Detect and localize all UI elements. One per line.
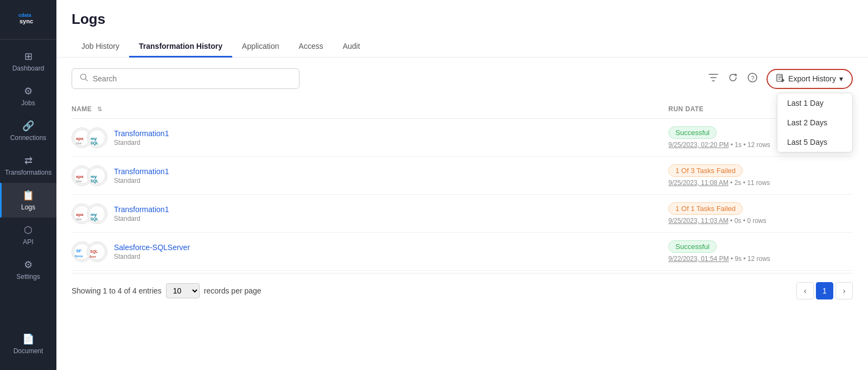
svg-text:my: my [91,136,97,141]
run-meta: • 9s • 12 rows [731,255,770,263]
row-name-col: SFforce SQLSrvr Salesforce-SQLServer Sta… [72,241,668,262]
sidebar: cdata sync ⊞ Dashboard ⚙ Jobs 🔗 Connecti… [0,0,56,370]
dropdown-item-last2days[interactable]: Last 2 Days [777,113,852,132]
app-logo: cdata sync [0,0,56,40]
row-icons: SFforce SQLSrvr [72,241,107,262]
svg-line-4 [86,79,88,81]
svg-text:Srvr: Srvr [90,255,97,258]
settings-icon: ⚙ [24,259,33,271]
svg-text:force: force [75,254,83,258]
svg-text:my: my [91,212,97,217]
tab-audit[interactable]: Audit [333,36,370,58]
svg-text:apa: apa [76,174,84,179]
row-name-link[interactable]: Salesforce-SQLServer [114,243,190,252]
document-icon: 📄 [22,333,34,345]
transformations-icon: ⇄ [24,155,33,167]
export-history-button[interactable]: Export History ▾ [767,69,853,89]
target-icon: SQLSrvr [87,241,107,262]
active-indicator [0,183,2,218]
run-date-link[interactable]: 9/22/2023, 01:54 PM [668,255,729,263]
sidebar-item-document[interactable]: 📄 Document [14,327,43,361]
svg-text:SQL: SQL [91,141,99,145]
run-date-link[interactable]: 9/25/2023, 02:20 PM [668,141,729,149]
sidebar-item-transformations[interactable]: ⇄ Transformations [0,148,56,183]
row-type: Standard [114,215,169,222]
sidebar-item-label: Logs [21,203,35,211]
row-name-link[interactable]: Transformation1 [114,129,169,138]
svg-text:che: che [76,142,82,145]
tab-job-history[interactable]: Job History [72,36,129,58]
footer-left: Showing 1 to 4 of 4 entries 10 25 50 100… [72,283,261,298]
page-1-button[interactable]: 1 [816,282,833,299]
cdata-logo-icon: cdata sync [16,9,40,28]
row-name-link[interactable]: Transformation1 [114,167,169,176]
run-date-link[interactable]: 9/25/2023, 11:08 AM [668,179,729,187]
column-name-header: NAME ⇅ [72,105,668,113]
table-footer: Showing 1 to 4 of 4 entries 10 25 50 100… [72,273,853,299]
svg-text:SQL: SQL [91,217,99,221]
run-date-link[interactable]: 9/25/2023, 11:03 AM [668,217,729,225]
records-per-page-label: records per page [204,286,261,295]
row-icons: apache mySQL [72,127,107,148]
search-box[interactable] [72,68,299,89]
sidebar-item-connections[interactable]: 🔗 Connections [0,113,56,148]
next-page-button[interactable]: › [835,282,853,299]
row-run-col: 1 Of 3 Tasks Failed 9/25/2023, 11:08 AM … [668,164,853,187]
filter-icon[interactable] [708,72,719,86]
export-button-label: Export History [788,74,836,83]
sidebar-item-settings[interactable]: ⚙ Settings [0,252,56,287]
search-icon [80,73,88,84]
search-input[interactable] [93,74,291,83]
run-details: 9/22/2023, 01:54 PM • 9s • 12 rows [668,255,770,263]
sort-icon: ⇅ [97,106,103,112]
pagination: ‹ 1 › [796,282,853,299]
run-details: 9/25/2023, 11:08 AM • 2s • 11 rows [668,179,770,187]
sidebar-nav: ⊞ Dashboard ⚙ Jobs 🔗 Connections ⇄ Trans… [0,40,56,327]
page-title: Logs [72,11,853,28]
status-badge: Successful [668,126,717,139]
help-icon[interactable]: ? [747,72,758,86]
run-meta: • 1s • 12 rows [731,141,770,149]
dropdown-item-last5days[interactable]: Last 5 Days [777,132,852,152]
svg-text:SQL: SQL [90,250,98,254]
svg-text:SQL: SQL [91,179,99,183]
sidebar-item-label: Jobs [21,99,35,107]
table-header: NAME ⇅ RUN DATE [72,100,853,119]
dashboard-icon: ⊞ [24,50,33,62]
connections-icon: 🔗 [22,120,34,132]
row-icons: apache mySQL [72,203,107,224]
tab-access[interactable]: Access [289,36,333,58]
refresh-icon[interactable] [727,72,738,86]
sidebar-item-dashboard[interactable]: ⊞ Dashboard [0,44,56,79]
svg-text:my: my [91,174,97,179]
run-meta: • 0s • 0 rows [730,217,766,225]
row-text: Transformation1 Standard [114,129,169,146]
tabs-bar: Job History Transformation History Appli… [72,36,853,57]
status-badge: 1 Of 3 Tasks Failed [668,164,743,177]
row-name-col: apache mySQL Transformation1 Standard [72,127,668,148]
per-page-select[interactable]: 10 25 50 100 [166,283,200,298]
main-content: Logs Job History Transformation History … [56,0,868,370]
run-details: 9/25/2023, 11:03 AM • 0s • 0 rows [668,217,767,225]
sidebar-item-logs[interactable]: 📋 Logs [0,183,56,218]
chevron-down-icon: ▾ [839,74,843,83]
sidebar-item-jobs[interactable]: ⚙ Jobs [0,79,56,113]
svg-text:SF: SF [76,248,81,253]
tab-application[interactable]: Application [232,36,289,58]
dropdown-item-last1day[interactable]: Last 1 Day [777,93,852,113]
sidebar-item-label: Document [14,347,43,355]
status-badge: Successful [668,240,717,253]
export-icon [776,74,785,84]
svg-text:sync: sync [20,18,33,24]
sidebar-item-api[interactable]: ⬡ API [0,218,56,252]
prev-page-button[interactable]: ‹ [796,282,814,299]
row-text: Transformation1 Standard [114,167,169,184]
row-run-col: Successful 9/22/2023, 01:54 PM • 9s • 12… [668,240,853,263]
status-badge: 1 Of 1 Tasks Failed [668,202,743,215]
tab-transformation-history[interactable]: Transformation History [129,36,232,58]
content-area: ? Export History ▾ Last 1 Day Last 2 Day… [56,58,868,370]
showing-text: Showing 1 to 4 of 4 entries [72,286,162,295]
export-dropdown: Last 1 Day Last 2 Days Last 5 Days [777,93,853,152]
target-icon: mySQL [87,127,107,148]
row-name-link[interactable]: Transformation1 [114,205,169,214]
